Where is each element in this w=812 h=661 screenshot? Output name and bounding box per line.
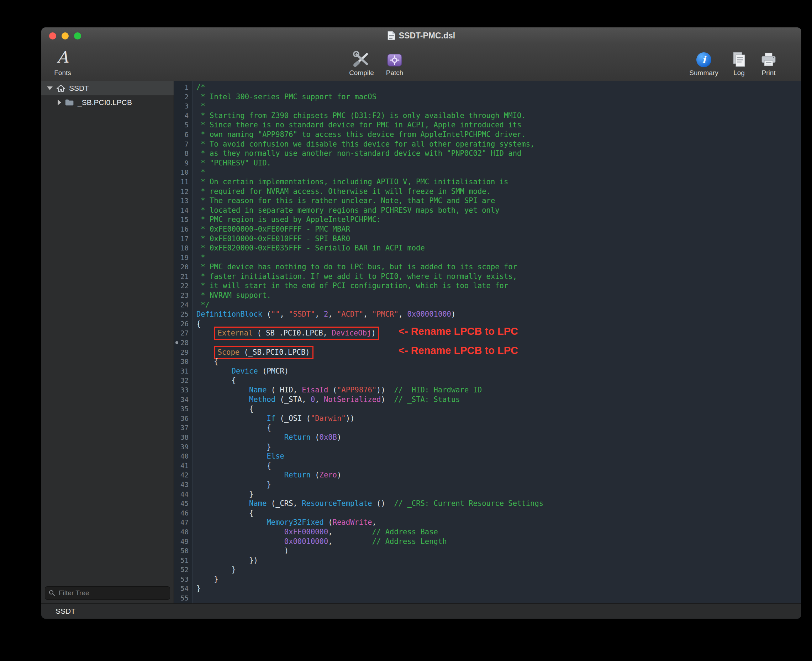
code-text[interactable]: * PMC device has nothing to do to LPC bu…: [192, 262, 801, 272]
code-text[interactable]: Return (Zero): [192, 470, 801, 480]
code-text[interactable]: External (_SB_.PCI0.LPCB, DeviceObj)<- R…: [192, 328, 801, 338]
code-line[interactable]: 53 }: [174, 575, 801, 584]
code-text[interactable]: * required for NVRAM access. Otherwise i…: [192, 187, 801, 196]
code-line[interactable]: 16 * 0xFE000000~0xFE00FFFF - PMC MBAR: [174, 225, 801, 234]
code-text[interactable]: * On certain implementations, including …: [192, 177, 801, 187]
code-line[interactable]: 40 Else: [174, 452, 801, 461]
code-text[interactable]: Name (_CRS, ResourceTemplate () // _CRS:…: [192, 499, 801, 508]
disclosure-right-icon[interactable]: [58, 100, 61, 105]
code-text[interactable]: {: [192, 461, 801, 471]
code-line[interactable]: 30 {: [174, 357, 801, 366]
code-line[interactable]: 51 }): [174, 556, 801, 565]
code-line[interactable]: 47 Memory32Fixed (ReadWrite,: [174, 517, 801, 527]
code-line[interactable]: 55: [174, 593, 801, 603]
code-text[interactable]: * NVRAM support.: [192, 291, 801, 300]
code-line[interactable]: 9 * "PCHRESV" UID.: [174, 158, 801, 168]
code-text[interactable]: If (_OSI ("Darwin")): [192, 414, 801, 423]
code-line[interactable]: 20 * PMC device has nothing to do to LPC…: [174, 262, 801, 272]
code-line[interactable]: 32 {: [174, 376, 801, 385]
code-text[interactable]: * located in separate memory regions and…: [192, 206, 801, 215]
code-line[interactable]: 17 * 0xFE010000~0xFE010FFF - SPI BAR0: [174, 234, 801, 244]
code-line[interactable]: 10 *: [174, 168, 801, 177]
code-line[interactable]: 52 }: [174, 565, 801, 575]
summary-button[interactable]: i Summary: [685, 45, 722, 77]
code-text[interactable]: *: [192, 168, 801, 177]
code-text[interactable]: Method (_STA, 0, NotSerialized) // _STA:…: [192, 395, 801, 404]
code-text[interactable]: {: [192, 423, 801, 433]
code-text[interactable]: Scope (_SB.PCI0.LPCB)<- Rename LPCB to L…: [192, 348, 801, 357]
code-line[interactable]: 29 Scope (_SB.PCI0.LPCB)<- Rename LPCB t…: [174, 348, 801, 357]
code-text[interactable]: [192, 593, 801, 603]
code-text[interactable]: }: [192, 442, 801, 452]
code-text[interactable]: * as they normally use another non-stand…: [192, 149, 801, 158]
code-line[interactable]: 31 Device (PMCR): [174, 366, 801, 376]
code-text[interactable]: {: [192, 376, 801, 385]
code-line[interactable]: 21 * faster initialisation. If we add it…: [174, 272, 801, 281]
code-line[interactable]: 45 Name (_CRS, ResourceTemplate () // _C…: [174, 499, 801, 508]
filter-tree-field[interactable]: [45, 586, 170, 600]
code-line[interactable]: 43 }: [174, 480, 801, 490]
code-text[interactable]: }: [192, 490, 801, 499]
sidebar-item-lpcb[interactable]: _SB.PCI0.LPCB: [41, 95, 174, 110]
code-line[interactable]: 46 {: [174, 508, 801, 518]
code-text[interactable]: }: [192, 584, 801, 593]
code-line[interactable]: 48 0xFE000000, // Address Base: [174, 527, 801, 537]
code-line[interactable]: 44 }: [174, 490, 801, 499]
code-line[interactable]: 5 * Since there is no standard device fo…: [174, 120, 801, 130]
code-line[interactable]: 39 }: [174, 442, 801, 452]
code-text[interactable]: ): [192, 546, 801, 556]
code-line[interactable]: 15 * PMC region is used by AppleIntelPCH…: [174, 215, 801, 225]
code-text[interactable]: *: [192, 253, 801, 263]
code-text[interactable]: Name (_HID, EisaId ("APP9876")) // _HID:…: [192, 385, 801, 395]
code-text[interactable]: }): [192, 556, 801, 565]
code-text[interactable]: * PMC region is used by AppleIntelPCHPMC…: [192, 215, 801, 225]
code-text[interactable]: {: [192, 508, 801, 518]
code-line[interactable]: 1/*: [174, 83, 801, 92]
code-text[interactable]: * The reason for this is rather unclear.…: [192, 196, 801, 206]
code-text[interactable]: * faster initialisation. If we add it to…: [192, 272, 801, 281]
code-text[interactable]: {: [192, 404, 801, 414]
sidebar-item-ssdt[interactable]: SSDT: [41, 81, 174, 95]
code-line[interactable]: 6 * own naming "APP9876" to access this …: [174, 130, 801, 139]
code-line[interactable]: 7 * To avoid confusion we disable this d…: [174, 139, 801, 149]
code-line[interactable]: 38 Return (0x0B): [174, 433, 801, 442]
code-text[interactable]: * Starting from Z390 chipsets PMC (D31:F…: [192, 111, 801, 121]
print-button[interactable]: Print: [754, 45, 783, 77]
code-text[interactable]: * 0xFE020000~0xFE035FFF - SerialIo BAR i…: [192, 243, 801, 253]
code-line[interactable]: 41 {: [174, 461, 801, 471]
code-text[interactable]: Device (PMCR): [192, 366, 801, 376]
code-text[interactable]: * "PCHRESV" UID.: [192, 158, 801, 168]
code-text[interactable]: *: [192, 101, 801, 111]
code-text[interactable]: }: [192, 575, 801, 584]
code-line[interactable]: 24 */: [174, 300, 801, 310]
code-text[interactable]: {: [192, 357, 801, 366]
code-text[interactable]: Return (0x0B): [192, 433, 801, 442]
code-line[interactable]: 2 * Intel 300-series PMC support for mac…: [174, 92, 801, 102]
code-text[interactable]: * To avoid confusion we disable this dev…: [192, 139, 801, 149]
code-line[interactable]: 33 Name (_HID, EisaId ("APP9876")) // _H…: [174, 385, 801, 395]
fonts-button[interactable]: A Fonts: [46, 45, 79, 77]
code-text[interactable]: DefinitionBlock ("", "SSDT", 2, "ACDT", …: [192, 310, 801, 319]
code-line[interactable]: 23 * NVRAM support.: [174, 291, 801, 300]
code-line[interactable]: 3 *: [174, 101, 801, 111]
patch-button[interactable]: Patch: [379, 45, 410, 77]
code-line[interactable]: 19 *: [174, 253, 801, 263]
code-line[interactable]: 13 * The reason for this is rather uncle…: [174, 196, 801, 206]
code-line[interactable]: 14 * located in separate memory regions …: [174, 206, 801, 215]
code-text[interactable]: * it will start in the end of PCI config…: [192, 281, 801, 291]
code-line[interactable]: 25DefinitionBlock ("", "SSDT", 2, "ACDT"…: [174, 310, 801, 319]
code-line[interactable]: 8 * as they normally use another non-sta…: [174, 149, 801, 158]
code-text[interactable]: * own naming "APP9876" to access this de…: [192, 130, 801, 139]
code-line[interactable]: 18 * 0xFE020000~0xFE035FFF - SerialIo BA…: [174, 243, 801, 253]
code-line[interactable]: 34 Method (_STA, 0, NotSerialized) // _S…: [174, 395, 801, 404]
titlebar[interactable]: SSDT-PMC.dsl: [41, 27, 801, 44]
code-text[interactable]: */: [192, 300, 801, 310]
code-line[interactable]: 54}: [174, 584, 801, 593]
code-line[interactable]: 36 If (_OSI ("Darwin")): [174, 414, 801, 423]
code-line[interactable]: 11 * On certain implementations, includi…: [174, 177, 801, 187]
code-line[interactable]: 42 Return (Zero): [174, 470, 801, 480]
code-text[interactable]: Else: [192, 452, 801, 461]
code-line[interactable]: 27 External (_SB_.PCI0.LPCB, DeviceObj)<…: [174, 328, 801, 338]
code-text[interactable]: /*: [192, 83, 801, 92]
code-line[interactable]: 49 0x00010000, // Address Length: [174, 537, 801, 546]
